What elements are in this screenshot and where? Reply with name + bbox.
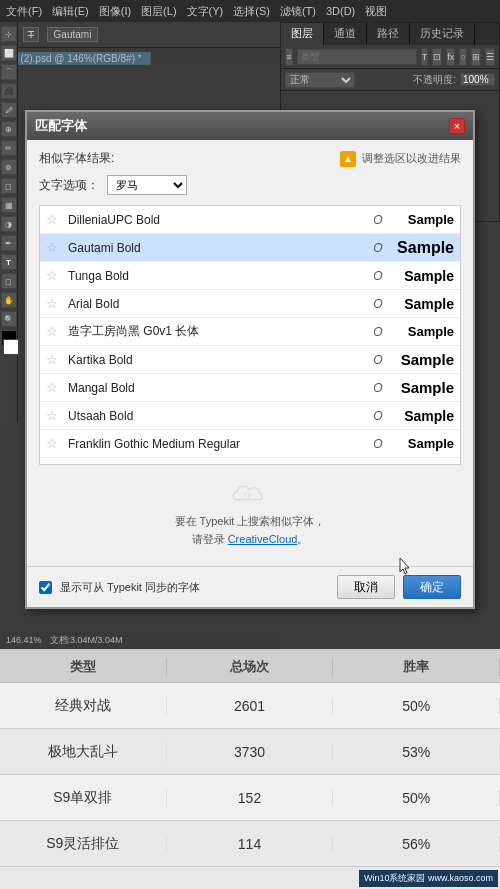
font-star-icon[interactable]: ☆	[46, 240, 62, 256]
font-list-item[interactable]: ☆Arial BoldOSample	[40, 290, 460, 318]
menu-3d[interactable]: 3D(D)	[326, 5, 355, 17]
cell-total-2: 3730	[167, 744, 334, 760]
warning-text: 调整选区以改进结果	[362, 151, 461, 166]
menu-select[interactable]: 选择(S)	[233, 4, 270, 19]
font-star-icon[interactable]: ☆	[46, 408, 62, 424]
tab-layers[interactable]: 图层	[281, 23, 324, 45]
layers-mask-btn[interactable]: ○	[459, 48, 467, 66]
font-list-item[interactable]: ☆Utsaah BoldOSample	[40, 402, 460, 430]
warning-area: ▲ 调整选区以改进结果	[340, 151, 461, 167]
font-list-item[interactable]: ☆DilleniaUPC BoldOSample	[40, 206, 460, 234]
cell-wr-2: 53%	[333, 744, 500, 760]
font-star-icon[interactable]: ☆	[46, 352, 62, 368]
font-sample-preview: Sample	[394, 324, 454, 339]
similar-fonts-label: 相似字体结果:	[39, 150, 114, 167]
gradient-tool[interactable]: ▦	[1, 197, 17, 213]
dialog-top-row: 相似字体结果: ▲ 调整选区以改进结果	[39, 150, 461, 167]
layers-search-input[interactable]	[297, 49, 417, 65]
font-star-icon[interactable]: ☆	[46, 296, 62, 312]
healing-tool[interactable]: ⊕	[1, 121, 17, 137]
menu-file[interactable]: 文件(F)	[6, 4, 42, 19]
layers-toolbar: ≡ T ⊡ fx ○ ⊞ ☰	[281, 45, 499, 69]
font-list-item[interactable]: ☆造字工房尚黑 G0v1 长体OSample	[40, 318, 460, 346]
cell-wr-3: 50%	[333, 790, 500, 806]
marquee-tool[interactable]: ⬜	[1, 45, 17, 61]
font-list-item[interactable]: ☆Tunga BoldOSample	[40, 262, 460, 290]
menu-image[interactable]: 图像(I)	[99, 4, 131, 19]
font-name-display[interactable]: Gautami	[47, 27, 99, 42]
col-header-total: 总场次	[167, 658, 334, 676]
menu-text[interactable]: 文字(Y)	[187, 4, 224, 19]
font-list-item[interactable]: ☆Franklin Gothic Medium RegularOSample	[40, 430, 460, 458]
font-list-item[interactable]: ☆FreesiaUPC BoldOSample	[40, 458, 460, 465]
menu-filter[interactable]: 滤镜(T)	[280, 4, 316, 19]
text-tool[interactable]: T	[1, 254, 17, 270]
typekit-sync-checkbox[interactable]	[39, 581, 52, 594]
menu-edit[interactable]: 编辑(E)	[52, 4, 89, 19]
layers-blend-mode[interactable]: 正常	[285, 72, 355, 88]
tab-history[interactable]: 历史记录	[410, 23, 475, 45]
move-tool[interactable]: ⊹	[1, 26, 17, 42]
ps-menubar[interactable]: 文件(F) 编辑(E) 图像(I) 图层(L) 文字(Y) 选择(S) 滤镜(T…	[0, 0, 500, 22]
typekit-icon: Tk	[230, 477, 270, 509]
font-style-select[interactable]: T̶	[23, 27, 39, 42]
font-sample-preview: Sample	[394, 351, 454, 368]
table-row: S9灵活排位 114 56%	[0, 821, 500, 867]
layers-tabs: 图层 通道 路径 历史记录	[281, 23, 499, 45]
font-style-icon: O	[370, 325, 386, 339]
font-star-icon[interactable]: ☆	[46, 268, 62, 284]
font-list[interactable]: ☆DilleniaUPC BoldOSample☆Gautami BoldOSa…	[39, 205, 461, 465]
dialog-title: 匹配字体	[35, 117, 87, 135]
layers-fx-btn[interactable]: fx	[446, 48, 455, 66]
font-sample-preview: Sample	[394, 296, 454, 312]
ok-button[interactable]: 确定	[403, 575, 461, 599]
brush-tool[interactable]: ✏	[1, 140, 17, 156]
font-star-icon[interactable]: ☆	[46, 212, 62, 228]
dodge-tool[interactable]: ◑	[1, 216, 17, 232]
font-star-icon[interactable]: ☆	[46, 380, 62, 396]
layers-filter-icon[interactable]: ≡	[285, 48, 293, 66]
hand-tool[interactable]: ✋	[1, 292, 17, 308]
opacity-input[interactable]	[460, 73, 495, 86]
text-options-label: 文字选项：	[39, 177, 99, 194]
tab-channels[interactable]: 通道	[324, 23, 367, 45]
font-star-icon[interactable]: ☆	[46, 436, 62, 452]
bg-color[interactable]	[3, 339, 19, 355]
layers-filter-btn[interactable]: T	[421, 48, 429, 66]
eyedropper-tool[interactable]: 🖉	[1, 102, 17, 118]
layers-chain-btn[interactable]: ⊞	[471, 48, 481, 66]
cell-type-2: 极地大乱斗	[0, 743, 167, 761]
cell-type-3: S9单双排	[0, 789, 167, 807]
font-star-icon[interactable]: ☆	[46, 324, 62, 340]
cancel-button[interactable]: 取消	[337, 575, 395, 599]
shape-tool[interactable]: ◻	[1, 273, 17, 289]
text-options-row: 文字选项： 罗马	[39, 175, 461, 195]
tab-paths[interactable]: 路径	[367, 23, 410, 45]
eraser-tool[interactable]: ◻	[1, 178, 17, 194]
cell-total-4: 114	[167, 836, 334, 852]
dialog-close-button[interactable]: ×	[449, 118, 465, 134]
layers-adjust-btn[interactable]: ⊡	[432, 48, 442, 66]
font-list-item[interactable]: ☆Mangal BoldOSample	[40, 374, 460, 402]
font-list-item[interactable]: ☆Gautami BoldOSample	[40, 234, 460, 262]
svg-text:Tk: Tk	[243, 492, 251, 499]
menu-layer[interactable]: 图层(L)	[141, 4, 176, 19]
font-list-item[interactable]: ☆Kartika BoldOSample	[40, 346, 460, 374]
lasso-tool[interactable]: ⌒	[1, 64, 17, 80]
zoom-tool[interactable]: 🔍	[1, 311, 17, 327]
col-header-type: 类型	[0, 658, 167, 676]
layers-menu-btn[interactable]: ☰	[485, 48, 495, 66]
layers-mode-row: 正常 不透明度:	[281, 69, 499, 91]
table-row: 经典对战 2601 50%	[0, 683, 500, 729]
font-name-label: Franklin Gothic Medium Regular	[68, 437, 370, 451]
document-tab[interactable]: 1 (2).psd @ 146%(RGB/8#) *	[4, 52, 151, 65]
ps-tabbar: 1 (2).psd @ 146%(RGB/8#) *	[0, 48, 280, 68]
typekit-sync-label: 显示可从 Typekit 同步的字体	[60, 580, 329, 595]
creative-cloud-link[interactable]: CreativeCloud	[228, 533, 298, 545]
menu-view[interactable]: 视图	[365, 4, 387, 19]
clone-tool[interactable]: ⊚	[1, 159, 17, 175]
text-options-select[interactable]: 罗马	[107, 175, 187, 195]
crop-tool[interactable]: ⬛	[1, 83, 17, 99]
pen-tool[interactable]: ✒	[1, 235, 17, 251]
font-name-label: Arial Bold	[68, 297, 370, 311]
